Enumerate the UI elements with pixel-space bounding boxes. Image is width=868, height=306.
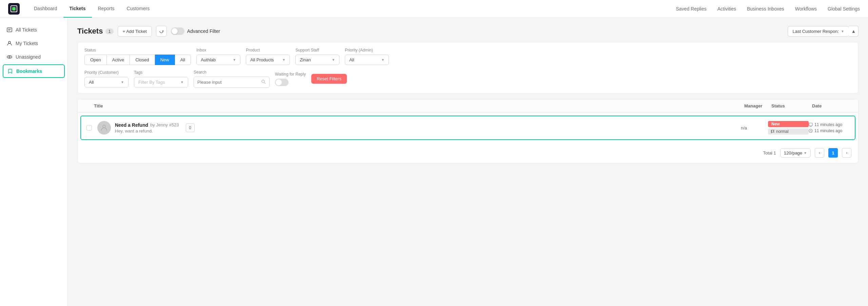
priority-admin-select[interactable]: All ▼ [345,55,389,65]
reset-filters-button[interactable]: Reset Filters [311,74,347,84]
priority-admin-filter-label: Priority (Admin) [345,48,389,53]
sidebar-item-unassigned-label: Unassigned [16,54,41,60]
inbox-filter-label: Inbox [196,48,240,53]
support-staff-value: Zinan [300,57,311,62]
page-prev-button[interactable]: ‹ [815,148,824,158]
table-col-manager: Manager [744,103,771,108]
total-label: Total 1 [763,150,776,156]
page-size-chevron-icon: ▼ [804,151,807,155]
nav-global-settings[interactable]: Global Settings [828,6,860,12]
status-filter-group: Status Open Active Closed New All [84,48,191,65]
nav-activities[interactable]: Activities [717,6,736,12]
support-staff-select[interactable]: Zinan ▼ [295,55,339,65]
row-checkbox[interactable] [86,125,92,130]
status-new-button[interactable]: New [155,55,175,65]
table-header: Title Manager Status Date [78,99,858,113]
sort-button[interactable]: Last Customer Respon: ▼ [788,26,849,37]
tickets-table: Title Manager Status Date [77,99,859,163]
nav-tickets[interactable]: Tickets [63,0,92,18]
svg-rect-0 [7,28,12,32]
nav-customers[interactable]: Customers [121,0,156,18]
priority-customer-filter-group: Priority (Customer) All ▼ [84,70,129,87]
status-closed-button[interactable]: Closed [130,55,155,65]
status-open-button[interactable]: Open [84,55,107,65]
date-created: 11 minutes ago [809,128,849,133]
priority-customer-filter-label: Priority (Customer) [84,70,129,75]
nav-business-inboxes[interactable]: Business Inboxes [747,6,784,12]
waiting-filter-group: Waiting for Reply [275,72,306,86]
nav-links: Dashboard Tickets Reports Customers [28,0,676,18]
svg-point-5 [9,56,10,58]
table-col-status: Status [771,103,812,108]
search-icon[interactable] [258,77,269,87]
priority-flag-icon [771,129,775,134]
nav-dashboard[interactable]: Dashboard [28,0,63,18]
table-col-date: Date [812,103,853,108]
date-cell: 11 minutes ago 11 minutes ago [809,122,849,133]
svg-point-6 [262,80,264,83]
avatar [97,121,111,135]
page-current: 1 [828,148,838,158]
tags-select[interactable]: Filter By Tags ▼ [134,77,188,87]
product-filter-label: Product [246,48,290,53]
product-select[interactable]: All Products ▼ [246,55,290,65]
filter-panel: Status Open Active Closed New All Inbox … [77,42,859,94]
pagination: Total 1 120/page ▼ ‹ 1 › [78,143,858,163]
page-next-button[interactable]: › [842,148,851,158]
sidebar-item-my-tickets[interactable]: My Tickets [0,37,67,50]
top-navigation: Dashboard Tickets Reports Customers Save… [0,0,868,18]
inbox-select[interactable]: Authlab ▼ [196,55,240,65]
support-staff-filter-label: Support Staff [295,48,339,53]
waiting-filter-label: Waiting for Reply [275,72,306,77]
svg-point-4 [7,56,12,58]
date-last: 11 minutes ago [809,122,849,127]
advanced-filter-label: Advanced Filter [187,28,220,34]
table-row: Need a Refund by Jenny #523 Hey, want a … [80,116,855,140]
sort-chevron-icon: ▼ [841,29,844,33]
table-col-title: Title [94,103,744,108]
tickets-header: Tickets 1 + Add Ticket Advanced Filter L… [77,26,859,37]
nav-reports[interactable]: Reports [92,0,121,18]
nav-saved-replies[interactable]: Saved Replies [676,6,706,12]
priority-customer-value: All [89,80,94,85]
filter-row-1: Status Open Active Closed New All Inbox … [84,48,851,65]
clock-icon [809,129,813,133]
priority-admin-filter-group: Priority (Admin) All ▼ [345,48,389,65]
inbox-chevron-icon: ▼ [233,58,236,62]
tags-filter-group: Tags Filter By Tags ▼ [134,70,188,87]
status-active-button[interactable]: Active [107,55,130,65]
search-input[interactable] [194,77,258,87]
page-size-value: 120/page [784,150,802,156]
ticket-count-badge: 1 [105,28,113,34]
main-content: Tickets 1 + Add Ticket Advanced Filter L… [68,18,868,306]
filter-row-2: Priority (Customer) All ▼ Tags Filter By… [84,70,851,88]
page-size-select[interactable]: 120/page ▼ [780,148,811,158]
inbox-filter-group: Inbox Authlab ▼ [196,48,240,65]
advanced-filter-toggle[interactable] [171,27,184,35]
sidebar-item-all-tickets-label: All Tickets [16,27,37,33]
page-title-text: Tickets [77,27,103,36]
priority-admin-value: All [349,57,354,62]
product-value: All Products [250,57,274,62]
add-ticket-button[interactable]: + Add Ticket [118,26,152,37]
priority-label: normal [776,129,789,134]
sidebar-item-all-tickets[interactable]: All Tickets [0,23,67,37]
status-buttons: Open Active Closed New All [84,55,191,65]
advanced-filter-toggle-wrap: Advanced Filter [171,27,220,35]
tags-filter-label: Tags [134,70,188,75]
status-all-button[interactable]: All [175,55,191,65]
sidebar-item-bookmarks[interactable]: Bookmarks [3,64,65,78]
tags-value: Filter By Tags [138,80,165,85]
sidebar-item-unassigned[interactable]: Unassigned [0,50,67,64]
nav-right: Saved Replies Activities Business Inboxe… [676,6,860,12]
ticket-title: Need a Refund by Jenny #523 [115,122,179,128]
inbox-value: Authlab [201,57,216,62]
bookmark-icon [7,68,13,74]
sort-direction-button[interactable]: ▲ [849,26,859,37]
refresh-button[interactable] [156,26,167,37]
ticket-text: Need a Refund by Jenny #523 Hey, want a … [115,122,179,134]
tickets-icon [7,27,12,33]
priority-customer-select[interactable]: All ▼ [84,77,129,87]
waiting-toggle[interactable] [275,79,289,86]
nav-workflows[interactable]: Workflows [795,6,817,12]
